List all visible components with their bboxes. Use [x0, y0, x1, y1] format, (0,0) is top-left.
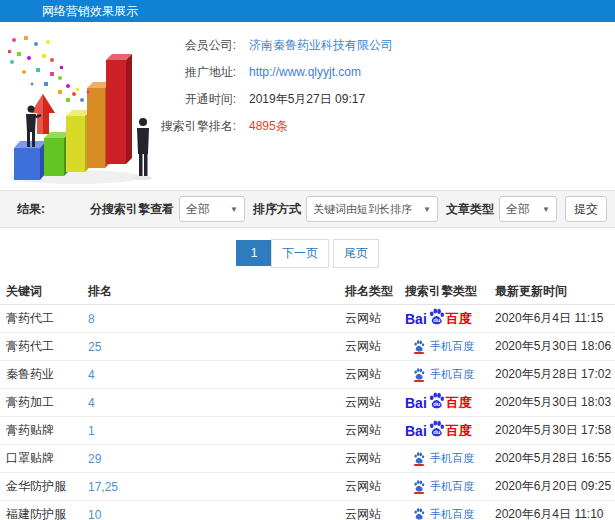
baidu-logo: Bai du 百度: [405, 308, 472, 330]
keyword-cell: 口罩贴牌: [0, 450, 88, 467]
baidu-paw-icon: [413, 508, 425, 520]
baidu-paw-icon: [413, 452, 425, 464]
engine-type-cell: 手机百度: [405, 367, 495, 382]
result-label: 结果:: [17, 201, 45, 218]
baidu-paw-icon: [413, 480, 425, 492]
svg-text:du: du: [433, 317, 441, 323]
engine-type-cell: Bai du 百度: [405, 308, 495, 330]
company-info: 会员公司:济南秦鲁药业科技有限公司 推广地址:http://www.qlyyjt…: [150, 32, 393, 140]
sort-select[interactable]: 关键词由短到长排序 ▼: [306, 196, 438, 222]
engine-filter-label: 分搜索引擎查看: [90, 201, 174, 218]
page: 网络营销效果展示: [0, 0, 615, 520]
ranking-count-label: 搜索引擎排名:: [150, 113, 236, 140]
rank-type-cell: 云网站: [345, 394, 405, 411]
baidu-logo: Bai du 百度: [405, 392, 472, 414]
article-type-select[interactable]: 全部 ▼: [499, 196, 557, 222]
rank-link[interactable]: 4: [88, 368, 95, 382]
table-row: 膏药贴牌1云网站Bai du 百度2020年5月30日 17:58: [0, 417, 615, 445]
member-company-row: 会员公司:济南秦鲁药业科技有限公司: [150, 32, 393, 59]
updated-cell: 2020年6月20日 09:25: [495, 478, 615, 495]
next-page-button[interactable]: 下一页: [271, 239, 329, 268]
rank-type-cell: 云网站: [345, 450, 405, 467]
rank-cell: 8: [88, 312, 345, 326]
rank-cell: 1: [88, 424, 345, 438]
rank-type-cell: 云网站: [345, 478, 405, 495]
engine-type-cell: 手机百度: [405, 507, 495, 520]
col-header-rank: 排名: [88, 283, 345, 300]
filter-controls: 分搜索引擎查看 全部 ▼ 排序方式 关键词由短到长排序 ▼ 文章类型 全部 ▼ …: [82, 196, 607, 222]
chevron-down-icon: ▼: [542, 205, 550, 214]
baidu-paw-icon: [413, 340, 425, 352]
rank-link[interactable]: 10: [88, 508, 101, 520]
page-title: 网络营销效果展示: [42, 4, 138, 18]
baidu-paw-icon: du: [428, 308, 445, 325]
baidu-mobile-logo: 手机百度: [405, 339, 474, 354]
rank-link[interactable]: 8: [88, 312, 95, 326]
rank-type-cell: 云网站: [345, 506, 405, 520]
rank-type-cell: 云网站: [345, 366, 405, 383]
pagination: 1 下一页 尾页: [0, 228, 615, 278]
sort-select-value: 关键词由短到长排序: [313, 202, 412, 217]
svg-text:du: du: [433, 401, 441, 407]
company-link[interactable]: 济南秦鲁药业科技有限公司: [249, 38, 393, 52]
engine-select[interactable]: 全部 ▼: [179, 196, 245, 222]
promo-url-label: 推广地址:: [150, 59, 236, 86]
baidu-logo: Bai du 百度: [405, 420, 472, 442]
open-time-value: 2019年5月27日 09:17: [249, 92, 365, 106]
table-body: 膏药代工8云网站Bai du 百度2020年6月4日 11:15膏药代工25云网…: [0, 305, 615, 520]
confetti: [8, 36, 90, 102]
table-row: 膏药代工8云网站Bai du 百度2020年6月4日 11:15: [0, 305, 615, 333]
rank-link[interactable]: 25: [88, 340, 101, 354]
rank-link[interactable]: 29: [88, 452, 101, 466]
chevron-down-icon: ▼: [423, 205, 431, 214]
rank-link[interactable]: 4: [88, 396, 95, 410]
open-time-row: 开通时间:2019年5月27日 09:17: [150, 86, 393, 113]
rank-link[interactable]: 17,25: [88, 480, 118, 494]
article-type-label: 文章类型: [446, 201, 494, 218]
open-time-label: 开通时间:: [150, 86, 236, 113]
keyword-cell: 膏药贴牌: [0, 422, 88, 439]
baidu-mobile-logo: 手机百度: [405, 451, 474, 466]
baidu-mobile-logo: 手机百度: [405, 479, 474, 494]
titlebar: 网络营销效果展示: [0, 0, 615, 22]
rank-cell: 4: [88, 368, 345, 382]
ranking-count-row: 搜索引擎排名:4895条: [150, 113, 393, 140]
baidu-mobile-underline: [414, 492, 424, 494]
engine-type-cell: 手机百度: [405, 339, 495, 354]
updated-cell: 2020年5月28日 16:55: [495, 450, 615, 467]
engine-type-cell: 手机百度: [405, 479, 495, 494]
rank-cell: 4: [88, 396, 345, 410]
table-row: 秦鲁药业4云网站 手机百度2020年5月28日 17:02: [0, 361, 615, 389]
engine-type-cell: Bai du 百度: [405, 420, 495, 442]
member-company-label: 会员公司:: [150, 32, 236, 59]
rank-cell: 17,25: [88, 480, 345, 494]
submit-button[interactable]: 提交: [565, 196, 607, 222]
updated-cell: 2020年6月4日 11:15: [495, 310, 615, 327]
rank-link[interactable]: 1: [88, 424, 95, 438]
engine-type-cell: Bai du 百度: [405, 392, 495, 414]
rank-cell: 25: [88, 340, 345, 354]
table-row: 口罩贴牌29云网站 手机百度2020年5月28日 16:55: [0, 445, 615, 473]
engine-type-cell: 手机百度: [405, 451, 495, 466]
updated-cell: 2020年6月4日 11:10: [495, 506, 615, 520]
baidu-mobile-logo: 手机百度: [405, 507, 474, 520]
baidu-paw-icon: du: [428, 420, 445, 437]
keyword-cell: 福建防护服: [0, 506, 88, 520]
promo-url-link[interactable]: http://www.qlyyjt.com: [249, 65, 361, 79]
keyword-cell: 膏药代工: [0, 310, 88, 327]
svg-text:du: du: [433, 429, 441, 435]
rank-cell: 10: [88, 508, 345, 520]
last-page-button[interactable]: 尾页: [333, 239, 379, 268]
table-row: 膏药代工25云网站 手机百度2020年5月30日 18:06: [0, 333, 615, 361]
col-header-engine-type: 搜索引擎类型: [405, 283, 495, 300]
rank-type-cell: 云网站: [345, 310, 405, 327]
baidu-mobile-logo: 手机百度: [405, 367, 474, 382]
page-1-button[interactable]: 1: [236, 240, 272, 266]
col-header-rank-type: 排名类型: [345, 283, 405, 300]
baidu-paw-icon: [413, 368, 425, 380]
header-section: 会员公司:济南秦鲁药业科技有限公司 推广地址:http://www.qlyyjt…: [0, 22, 615, 190]
table-row: 金华防护服17,25云网站 手机百度2020年6月20日 09:25: [0, 473, 615, 501]
updated-cell: 2020年5月30日 18:03: [495, 394, 615, 411]
table-header-row: 关键词 排名 排名类型 搜索引擎类型 最新更新时间: [0, 278, 615, 305]
keyword-cell: 膏药加工: [0, 394, 88, 411]
